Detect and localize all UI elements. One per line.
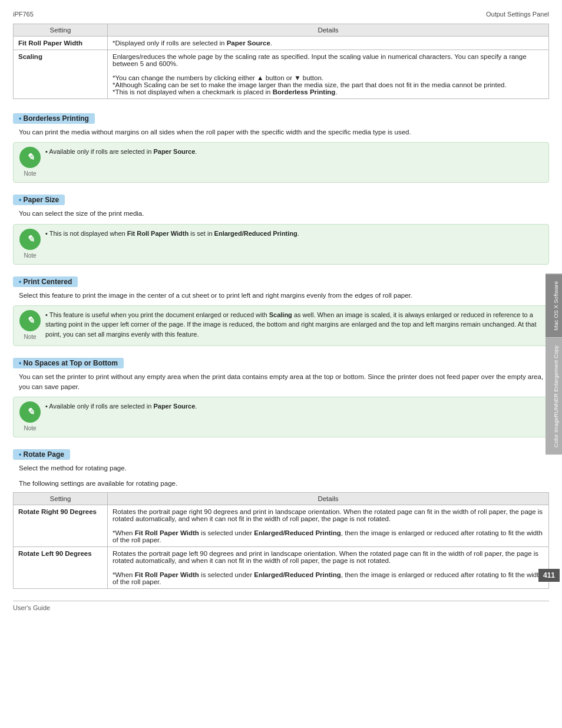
section-paper-size: Paper Size You can select the size of th… bbox=[13, 189, 549, 264]
note-icon-2: ✎ bbox=[19, 229, 41, 250]
note-box-no-spaces: ✎ Note • Available only if rolls are sel… bbox=[13, 397, 549, 437]
right-sidebar: Mac OS X Software Color imageRUNNER Enla… bbox=[546, 0, 562, 728]
section-body-paper-size: You can select the size of the print med… bbox=[19, 209, 549, 219]
section-title-paper-size: Paper Size bbox=[13, 195, 65, 205]
note-icon-wrapper-3: ✎ Note bbox=[19, 310, 41, 341]
section-title-no-spaces: No Spaces at Top or Bottom bbox=[13, 358, 124, 368]
cell-details: Enlarges/reduces the whole page by the s… bbox=[108, 50, 549, 99]
note-label: Note bbox=[24, 169, 36, 178]
note-text-borderless: • Available only if rolls are selected i… bbox=[45, 147, 543, 157]
note-label-2: Note bbox=[24, 251, 36, 260]
footer-left: User's Guide bbox=[13, 604, 50, 611]
col-setting: Setting bbox=[14, 24, 108, 37]
section-title-borderless: Borderless Printing bbox=[13, 113, 95, 124]
cell-setting: Fit Roll Paper Width bbox=[14, 37, 108, 50]
section-title-print-centered: Print Centered bbox=[13, 276, 78, 287]
note-icon-wrapper: ✎ Note bbox=[19, 147, 41, 178]
table-row: Scaling Enlarges/reduces the whole page … bbox=[14, 50, 549, 99]
section-title-rotate-page: Rotate Page bbox=[13, 449, 70, 460]
section-body-no-spaces: You can set the printer to print without… bbox=[19, 372, 549, 393]
cell-details-rotate-right: Rotates the portrait page right 90 degre… bbox=[108, 505, 549, 546]
note-icon-wrapper-4: ✎ Note bbox=[19, 401, 41, 433]
note-label-4: Note bbox=[24, 424, 36, 433]
section-body-borderless: You can print the media without margins … bbox=[19, 127, 549, 137]
right-tab-color[interactable]: Color imageRUNNER Enlargement Copy bbox=[546, 338, 562, 454]
note-icon-3: ✎ bbox=[19, 310, 41, 331]
page-wrapper: iPF765 Output Settings Panel Setting Det… bbox=[13, 0, 549, 629]
note-box-borderless: ✎ Note • Available only if rolls are sel… bbox=[13, 142, 549, 183]
cell-details: *Displayed only if rolls are selected in… bbox=[108, 37, 549, 50]
rotate-page-table: Setting Details Rotate Right 90 Degrees … bbox=[13, 492, 549, 589]
header-left: iPF765 bbox=[13, 11, 34, 18]
section-rotate-page: Rotate Page Select the method for rotati… bbox=[13, 443, 549, 589]
note-icon-4: ✎ bbox=[19, 401, 41, 423]
header-right: Output Settings Panel bbox=[486, 11, 549, 18]
col-setting-2: Setting bbox=[14, 492, 108, 505]
cell-setting: Scaling bbox=[14, 50, 108, 99]
note-icon: ✎ bbox=[19, 147, 41, 168]
note-text-print-centered: • This feature is useful when you print … bbox=[45, 310, 543, 340]
section-borderless-printing: Borderless Printing You can print the me… bbox=[13, 107, 549, 183]
section-no-spaces: No Spaces at Top or Bottom You can set t… bbox=[13, 352, 549, 438]
section-print-centered: Print Centered Select this feature to pr… bbox=[13, 271, 549, 346]
page-footer: User's Guide bbox=[13, 601, 549, 611]
note-text-paper-size: • This is not displayed when Fit Roll Pa… bbox=[45, 229, 543, 239]
page-header: iPF765 Output Settings Panel bbox=[13, 11, 549, 18]
section-body-print-centered: Select this feature to print the image i… bbox=[19, 291, 549, 301]
cell-details-rotate-left: Rotates the portrait page left 90 degree… bbox=[108, 546, 549, 588]
settings-table-1: Setting Details Fit Roll Paper Width *Di… bbox=[13, 24, 549, 99]
col-details-2: Details bbox=[108, 492, 549, 505]
note-text-no-spaces: • Available only if rolls are selected i… bbox=[45, 401, 543, 411]
table-row-rotate-left: Rotate Left 90 Degrees Rotates the portr… bbox=[14, 546, 549, 588]
section-body-rotate-page-1: Select the method for rotating page. bbox=[19, 463, 549, 473]
col-details: Details bbox=[108, 24, 549, 37]
table-row: Fit Roll Paper Width *Displayed only if … bbox=[14, 37, 549, 50]
table-row-rotate-right: Rotate Right 90 Degrees Rotates the port… bbox=[14, 505, 549, 546]
note-label-3: Note bbox=[24, 332, 36, 341]
section-body-rotate-page-2: The following settings are available for… bbox=[19, 479, 549, 489]
note-icon-wrapper-2: ✎ Note bbox=[19, 229, 41, 260]
note-box-print-centered: ✎ Note • This feature is useful when you… bbox=[13, 305, 549, 346]
right-tab-macos[interactable]: Mac OS X Software bbox=[546, 274, 562, 337]
note-box-paper-size: ✎ Note • This is not displayed when Fit … bbox=[13, 224, 549, 265]
cell-setting-rotate-right: Rotate Right 90 Degrees bbox=[14, 505, 108, 546]
cell-setting-rotate-left: Rotate Left 90 Degrees bbox=[14, 546, 108, 588]
